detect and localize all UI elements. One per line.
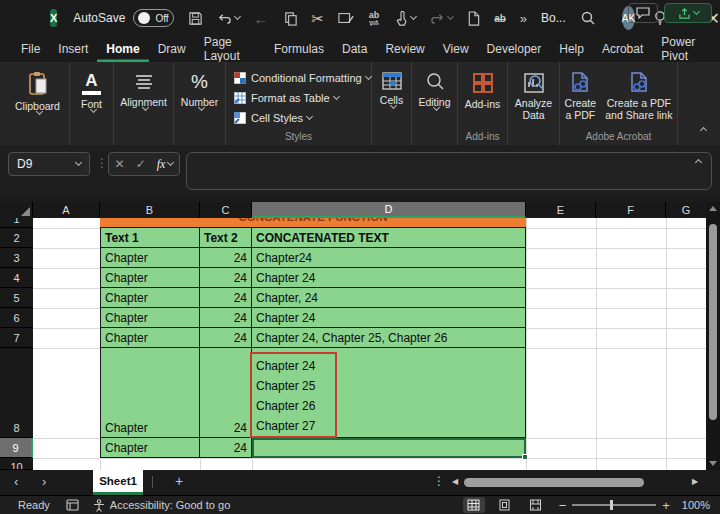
strikethrough-icon[interactable]: ab [494,13,506,24]
create-pdf-share-button[interactable]: Create a PDFand Share link [605,71,672,121]
number-group-button[interactable]: % Number [174,62,226,145]
cell-B9[interactable]: Chapter [100,438,200,458]
col-header-A[interactable]: A [33,202,100,218]
name-box[interactable]: D9 [8,152,90,176]
insert-function-button[interactable]: fx [157,157,174,172]
banner-cell[interactable]: CONCATENATE FUNCTION [100,218,526,228]
cell-C8[interactable]: 24 [200,348,252,438]
row-header-8[interactable]: 8 [0,348,33,438]
cell-B4[interactable]: Chapter [100,268,200,288]
col-header-B[interactable]: B [100,202,200,218]
cell-B8[interactable]: Chapter [100,348,200,438]
formula-input[interactable] [186,152,712,190]
row-header-4[interactable]: 4 [0,268,33,288]
zoom-out-button[interactable]: − [559,498,567,513]
row-header-7[interactable]: 7 [0,328,33,348]
format-as-table-button[interactable]: Format as Table [226,88,371,108]
row-header-3[interactable]: 3 [0,248,33,268]
hscroll-right-icon[interactable]: ▶ [692,477,698,486]
cell-B6[interactable]: Chapter [100,308,200,328]
cell-B7[interactable]: Chapter [100,328,200,348]
row-header-2[interactable]: 2 [0,228,33,248]
tab-data[interactable]: Data [333,36,376,62]
row-header-5[interactable]: 5 [0,288,33,308]
tab-help[interactable]: Help [550,36,593,62]
font-group-button[interactable]: A Font [70,62,114,145]
touch-mode-button[interactable] [394,11,416,26]
cell-B5[interactable]: Chapter [100,288,200,308]
more-commands-icon[interactable]: » [520,12,527,25]
row-header-10[interactable]: 10 [0,458,33,470]
tab-power-pivot[interactable]: Power Pivot [652,36,720,62]
cell-C6[interactable]: 24 [200,308,252,328]
cancel-icon[interactable]: ✕ [115,157,125,171]
view-normal-button[interactable] [463,497,485,513]
fill-handle[interactable] [522,454,528,460]
select-all-corner[interactable] [0,202,33,218]
vertical-scrollbar-thumb[interactable] [709,224,717,420]
tab-developer[interactable]: Developer [478,36,551,62]
analyze-data-button[interactable]: Analyze Data [508,62,560,145]
cell-B3[interactable]: Chapter [100,248,200,268]
create-pdf-button[interactable]: Createa PDF [565,71,597,121]
share-button[interactable] [664,3,712,23]
cell-D2[interactable]: CONCATENATED TEXT [252,228,526,248]
collapse-ribbon-button[interactable] [698,119,706,137]
row-header-1[interactable]: 1 [0,218,33,228]
zoom-slider[interactable] [572,504,656,506]
comments-button[interactable] [628,3,658,23]
addins-icon[interactable] [471,71,495,95]
row-header-9-selected[interactable]: 9 [0,438,33,458]
scroll-up-icon[interactable] [709,206,717,211]
tab-formulas[interactable]: Formulas [265,36,333,62]
row-header-6[interactable]: 6 [0,308,33,328]
cell-C9[interactable]: 24 [200,438,252,458]
cells-group-button[interactable]: Cells [372,62,412,145]
zoom-level[interactable]: 100% [682,499,710,511]
tab-view[interactable]: View [434,36,478,62]
horizontal-scrollbar-thumb[interactable] [464,478,644,487]
col-header-E[interactable]: E [526,202,596,218]
cell-C2[interactable]: Text 2 [200,228,252,248]
excel-logo-icon[interactable]: X [50,9,57,27]
editing-group-button[interactable]: Editing [412,62,458,145]
zoom-in-button[interactable]: + [662,498,670,513]
cell-D5[interactable]: Chapter, 24 [252,288,526,308]
accessibility-status[interactable]: Accessibility: Good to go [110,499,230,511]
cell-D4[interactable]: Chapter 24 [252,268,526,288]
cell-D6[interactable]: Chapter 24 [252,308,526,328]
col-header-F[interactable]: F [596,202,666,218]
tab-acrobat[interactable]: Acrobat [593,36,652,62]
find-replace-icon[interactable]: ab [368,11,380,26]
autosave-toggle[interactable]: Off [133,9,173,27]
tab-draw[interactable]: Draw [149,36,195,62]
view-page-break-button[interactable] [525,497,547,513]
cell-D8[interactable]: Chapter 24 Chapter 25 Chapter 26 Chapter… [252,348,526,438]
cell-styles-button[interactable]: Cell Styles [226,108,371,128]
picture-icon[interactable] [338,11,354,25]
cell-C3[interactable]: 24 [200,248,252,268]
tab-home[interactable]: Home [97,36,148,62]
cell-C5[interactable]: 24 [200,288,252,308]
tab-file[interactable]: File [12,36,49,62]
cell-B2[interactable]: Text 1 [100,228,200,248]
zoom-slider-thumb[interactable] [610,500,613,510]
scroll-down-icon[interactable] [709,461,717,466]
search-icon[interactable] [580,10,596,26]
cell-D3[interactable]: Chapter24 [252,248,526,268]
enter-icon[interactable]: ✓ [136,157,146,171]
tab-review[interactable]: Review [376,36,433,62]
tab-options-dots-icon[interactable]: ⋮ [433,474,445,488]
macro-record-icon[interactable] [66,499,79,511]
hscroll-left-icon[interactable]: ◀ [452,477,458,486]
tab-page-layout[interactable]: Page Layout [195,36,265,62]
cell-C7[interactable]: 24 [200,328,252,348]
cell-D9[interactable] [252,438,526,458]
prev-sheet-icon[interactable]: ‹ [14,474,18,489]
col-header-C[interactable]: C [200,202,252,218]
copy-icon[interactable] [283,11,298,26]
view-page-layout-button[interactable] [494,497,516,513]
new-file-icon[interactable] [467,11,480,26]
tab-insert[interactable]: Insert [49,36,97,62]
conditional-formatting-button[interactable]: Conditional Formatting [226,68,371,88]
